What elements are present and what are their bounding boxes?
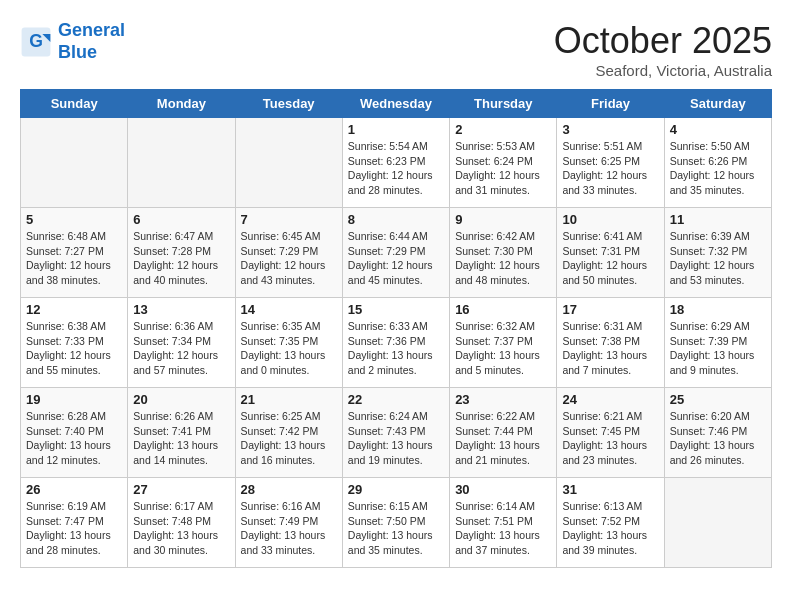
day-number: 28 — [241, 482, 337, 497]
day-number: 3 — [562, 122, 658, 137]
day-number: 14 — [241, 302, 337, 317]
day-info: Sunrise: 6:31 AM Sunset: 7:38 PM Dayligh… — [562, 319, 658, 378]
day-info: Sunrise: 6:13 AM Sunset: 7:52 PM Dayligh… — [562, 499, 658, 558]
page-header: G General Blue October 2025 Seaford, Vic… — [20, 20, 772, 79]
day-info: Sunrise: 6:39 AM Sunset: 7:32 PM Dayligh… — [670, 229, 766, 288]
day-number: 16 — [455, 302, 551, 317]
day-info: Sunrise: 6:24 AM Sunset: 7:43 PM Dayligh… — [348, 409, 444, 468]
day-number: 21 — [241, 392, 337, 407]
calendar-cell — [21, 118, 128, 208]
title-block: October 2025 Seaford, Victoria, Australi… — [554, 20, 772, 79]
day-number: 13 — [133, 302, 229, 317]
day-number: 29 — [348, 482, 444, 497]
day-info: Sunrise: 6:15 AM Sunset: 7:50 PM Dayligh… — [348, 499, 444, 558]
day-number: 11 — [670, 212, 766, 227]
weekday-header-friday: Friday — [557, 90, 664, 118]
calendar-cell: 22Sunrise: 6:24 AM Sunset: 7:43 PM Dayli… — [342, 388, 449, 478]
day-number: 2 — [455, 122, 551, 137]
day-info: Sunrise: 6:38 AM Sunset: 7:33 PM Dayligh… — [26, 319, 122, 378]
day-info: Sunrise: 6:22 AM Sunset: 7:44 PM Dayligh… — [455, 409, 551, 468]
calendar-cell: 28Sunrise: 6:16 AM Sunset: 7:49 PM Dayli… — [235, 478, 342, 568]
calendar-cell: 18Sunrise: 6:29 AM Sunset: 7:39 PM Dayli… — [664, 298, 771, 388]
calendar-cell: 9Sunrise: 6:42 AM Sunset: 7:30 PM Daylig… — [450, 208, 557, 298]
day-info: Sunrise: 6:16 AM Sunset: 7:49 PM Dayligh… — [241, 499, 337, 558]
calendar-cell: 30Sunrise: 6:14 AM Sunset: 7:51 PM Dayli… — [450, 478, 557, 568]
calendar-cell: 17Sunrise: 6:31 AM Sunset: 7:38 PM Dayli… — [557, 298, 664, 388]
day-info: Sunrise: 6:41 AM Sunset: 7:31 PM Dayligh… — [562, 229, 658, 288]
calendar-cell: 19Sunrise: 6:28 AM Sunset: 7:40 PM Dayli… — [21, 388, 128, 478]
calendar-cell: 13Sunrise: 6:36 AM Sunset: 7:34 PM Dayli… — [128, 298, 235, 388]
day-info: Sunrise: 6:29 AM Sunset: 7:39 PM Dayligh… — [670, 319, 766, 378]
day-number: 9 — [455, 212, 551, 227]
weekday-header-thursday: Thursday — [450, 90, 557, 118]
day-info: Sunrise: 6:21 AM Sunset: 7:45 PM Dayligh… — [562, 409, 658, 468]
calendar-week-row: 26Sunrise: 6:19 AM Sunset: 7:47 PM Dayli… — [21, 478, 772, 568]
day-info: Sunrise: 6:26 AM Sunset: 7:41 PM Dayligh… — [133, 409, 229, 468]
calendar-cell: 27Sunrise: 6:17 AM Sunset: 7:48 PM Dayli… — [128, 478, 235, 568]
day-number: 15 — [348, 302, 444, 317]
calendar-week-row: 5Sunrise: 6:48 AM Sunset: 7:27 PM Daylig… — [21, 208, 772, 298]
calendar-cell: 21Sunrise: 6:25 AM Sunset: 7:42 PM Dayli… — [235, 388, 342, 478]
calendar-cell: 1Sunrise: 5:54 AM Sunset: 6:23 PM Daylig… — [342, 118, 449, 208]
calendar-cell: 5Sunrise: 6:48 AM Sunset: 7:27 PM Daylig… — [21, 208, 128, 298]
day-info: Sunrise: 5:50 AM Sunset: 6:26 PM Dayligh… — [670, 139, 766, 198]
weekday-header-row: SundayMondayTuesdayWednesdayThursdayFrid… — [21, 90, 772, 118]
calendar-cell: 29Sunrise: 6:15 AM Sunset: 7:50 PM Dayli… — [342, 478, 449, 568]
day-number: 24 — [562, 392, 658, 407]
calendar-cell: 16Sunrise: 6:32 AM Sunset: 7:37 PM Dayli… — [450, 298, 557, 388]
logo-line2: Blue — [58, 42, 97, 62]
day-info: Sunrise: 6:28 AM Sunset: 7:40 PM Dayligh… — [26, 409, 122, 468]
weekday-header-monday: Monday — [128, 90, 235, 118]
logo-line1: General — [58, 20, 125, 40]
calendar-cell: 24Sunrise: 6:21 AM Sunset: 7:45 PM Dayli… — [557, 388, 664, 478]
calendar-cell: 23Sunrise: 6:22 AM Sunset: 7:44 PM Dayli… — [450, 388, 557, 478]
calendar-table: SundayMondayTuesdayWednesdayThursdayFrid… — [20, 89, 772, 568]
calendar-cell: 7Sunrise: 6:45 AM Sunset: 7:29 PM Daylig… — [235, 208, 342, 298]
day-number: 31 — [562, 482, 658, 497]
day-info: Sunrise: 6:17 AM Sunset: 7:48 PM Dayligh… — [133, 499, 229, 558]
calendar-cell: 31Sunrise: 6:13 AM Sunset: 7:52 PM Dayli… — [557, 478, 664, 568]
day-number: 23 — [455, 392, 551, 407]
svg-text:G: G — [29, 30, 43, 50]
calendar-cell: 20Sunrise: 6:26 AM Sunset: 7:41 PM Dayli… — [128, 388, 235, 478]
calendar-cell: 26Sunrise: 6:19 AM Sunset: 7:47 PM Dayli… — [21, 478, 128, 568]
day-info: Sunrise: 5:51 AM Sunset: 6:25 PM Dayligh… — [562, 139, 658, 198]
calendar-cell: 11Sunrise: 6:39 AM Sunset: 7:32 PM Dayli… — [664, 208, 771, 298]
day-info: Sunrise: 6:33 AM Sunset: 7:36 PM Dayligh… — [348, 319, 444, 378]
calendar-cell — [235, 118, 342, 208]
calendar-cell: 8Sunrise: 6:44 AM Sunset: 7:29 PM Daylig… — [342, 208, 449, 298]
weekday-header-tuesday: Tuesday — [235, 90, 342, 118]
day-number: 20 — [133, 392, 229, 407]
calendar-cell: 15Sunrise: 6:33 AM Sunset: 7:36 PM Dayli… — [342, 298, 449, 388]
calendar-cell: 4Sunrise: 5:50 AM Sunset: 6:26 PM Daylig… — [664, 118, 771, 208]
day-info: Sunrise: 6:47 AM Sunset: 7:28 PM Dayligh… — [133, 229, 229, 288]
day-number: 27 — [133, 482, 229, 497]
day-info: Sunrise: 6:48 AM Sunset: 7:27 PM Dayligh… — [26, 229, 122, 288]
calendar-cell: 12Sunrise: 6:38 AM Sunset: 7:33 PM Dayli… — [21, 298, 128, 388]
calendar-cell: 25Sunrise: 6:20 AM Sunset: 7:46 PM Dayli… — [664, 388, 771, 478]
calendar-cell: 10Sunrise: 6:41 AM Sunset: 7:31 PM Dayli… — [557, 208, 664, 298]
day-number: 30 — [455, 482, 551, 497]
day-number: 8 — [348, 212, 444, 227]
day-number: 5 — [26, 212, 122, 227]
day-info: Sunrise: 5:53 AM Sunset: 6:24 PM Dayligh… — [455, 139, 551, 198]
location: Seaford, Victoria, Australia — [554, 62, 772, 79]
calendar-week-row: 1Sunrise: 5:54 AM Sunset: 6:23 PM Daylig… — [21, 118, 772, 208]
day-info: Sunrise: 6:25 AM Sunset: 7:42 PM Dayligh… — [241, 409, 337, 468]
day-info: Sunrise: 6:14 AM Sunset: 7:51 PM Dayligh… — [455, 499, 551, 558]
calendar-cell: 14Sunrise: 6:35 AM Sunset: 7:35 PM Dayli… — [235, 298, 342, 388]
logo-icon: G — [20, 26, 52, 58]
month-title: October 2025 — [554, 20, 772, 62]
day-info: Sunrise: 6:44 AM Sunset: 7:29 PM Dayligh… — [348, 229, 444, 288]
day-info: Sunrise: 6:20 AM Sunset: 7:46 PM Dayligh… — [670, 409, 766, 468]
calendar-cell: 2Sunrise: 5:53 AM Sunset: 6:24 PM Daylig… — [450, 118, 557, 208]
calendar-cell — [128, 118, 235, 208]
day-info: Sunrise: 6:45 AM Sunset: 7:29 PM Dayligh… — [241, 229, 337, 288]
day-number: 17 — [562, 302, 658, 317]
calendar-week-row: 12Sunrise: 6:38 AM Sunset: 7:33 PM Dayli… — [21, 298, 772, 388]
day-number: 6 — [133, 212, 229, 227]
day-info: Sunrise: 6:36 AM Sunset: 7:34 PM Dayligh… — [133, 319, 229, 378]
day-number: 22 — [348, 392, 444, 407]
day-number: 1 — [348, 122, 444, 137]
logo: G General Blue — [20, 20, 125, 63]
